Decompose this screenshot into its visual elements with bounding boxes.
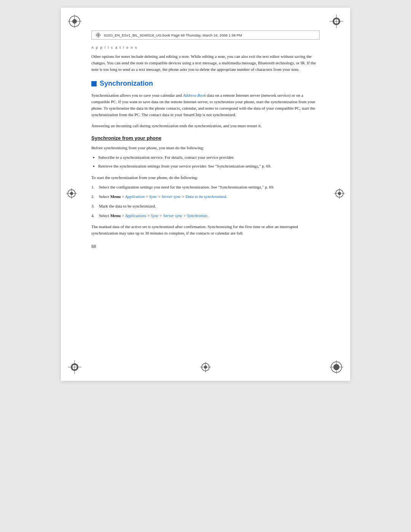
corner-mark-bl (68, 360, 81, 374)
corner-mark-br (330, 360, 343, 374)
bullet-item-1: Subscribe to a synchronization service. … (98, 155, 234, 160)
server-sync-link-2: Server sync (163, 213, 183, 218)
numbered-item-4-sep2: > (146, 213, 151, 218)
before-bullet-text: Before synchronizing from your phone, yo… (91, 145, 320, 151)
numbered-item-4-sep4: > (183, 213, 187, 218)
header-bar: 6102i_EN_ESv1_BIL_9248318_UG.book Page 6… (91, 30, 320, 40)
header-bar-text: 6102i_EN_ESv1_BIL_9248318_UG.book Page 6… (104, 33, 242, 37)
address-book-link: Address Book (183, 93, 206, 97)
list-item: Subscribe to a synchronization service. … (91, 154, 320, 161)
header-crosshair (96, 32, 101, 38)
numbered-item-4-suffix: . (207, 213, 209, 218)
side-mark-bottom (200, 362, 211, 374)
bullet-item-2: Retrieve the synchronization settings fr… (98, 164, 271, 168)
numbered-item-4-menu: Menu (110, 213, 121, 218)
page: 6102i_EN_ESv1_BIL_9248318_UG.book Page 6… (61, 8, 350, 381)
section-body-2: Answering an incoming call during synchr… (91, 123, 320, 129)
numbered-item-1-text: Select the configuration settings you ne… (99, 185, 274, 189)
server-sync-link-1: Server sync (161, 194, 181, 199)
section-body-1: Synchronization allows you to save your … (91, 92, 320, 118)
list-item: Retrieve the synchronization settings fr… (91, 163, 320, 169)
section-label: A p p l i c a t i o n s (91, 46, 320, 50)
numbered-item-4-prefix: Select (99, 213, 110, 218)
application-link: Application (125, 194, 145, 199)
section-heading-square-icon (91, 81, 97, 86)
bullet-list: Subscribe to a synchronization service. … (91, 154, 320, 169)
corner-mark-tr (330, 14, 343, 28)
sync-link-1: Sync (149, 194, 157, 199)
before-numbered-text: To start the synchronization from your p… (91, 174, 320, 181)
closing-paragraph: The marked data of the active set is syn… (91, 224, 320, 236)
numbered-item-4-sep3: > (159, 213, 163, 218)
body-text-1-prefix: Synchronization allows you to save your … (91, 93, 183, 97)
numbered-item-2-sep1: > (121, 194, 125, 199)
numbered-item-2-sep4: > (181, 194, 185, 199)
numbered-item-3-text: Mark the data to be synchronized. (99, 204, 156, 208)
section-heading-text: Synchronization (100, 80, 153, 88)
applications-link: Applications (125, 213, 147, 218)
section-heading: Synchronization (91, 80, 320, 88)
numbered-item-2-menu: Menu (110, 194, 121, 199)
sub-heading: Synchronize from your phone (91, 135, 320, 141)
synchronize-link: Synchronize (187, 213, 207, 218)
numbered-item-4: Select Menu > Applications > Sync > Serv… (91, 212, 320, 219)
numbered-item-2-suffix: . (226, 194, 227, 199)
numbered-item-3: Mark the data to be synchronized. (91, 203, 320, 209)
side-mark-left (66, 188, 77, 200)
numbered-item-4-sep1: > (121, 213, 125, 218)
numbered-item-2: Select Menu > Application > Sync > Serve… (91, 193, 320, 200)
numbered-item-2-sep3: > (157, 194, 162, 199)
numbered-item-2-sep2: > (145, 194, 149, 199)
page-number: 68 (91, 244, 320, 249)
side-mark-right (334, 188, 345, 200)
numbered-item-2-prefix: Select (99, 194, 110, 199)
numbered-list: Select the configuration settings you ne… (91, 184, 320, 219)
data-synchronized-link: Data to be synchronized (185, 194, 226, 199)
sync-link-2: Sync (151, 213, 159, 218)
intro-paragraph: Other options for notes include deleting… (91, 53, 320, 73)
corner-mark-tl (68, 14, 81, 28)
numbered-item-1: Select the configuration settings you ne… (91, 184, 320, 190)
